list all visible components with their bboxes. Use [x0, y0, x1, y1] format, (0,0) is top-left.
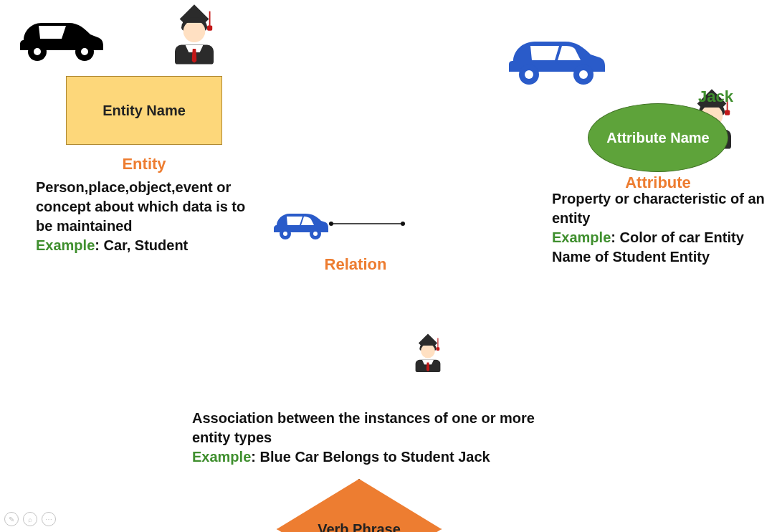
- attribute-description: Property or characteristic of an entity …: [552, 189, 774, 267]
- zoom-icon[interactable]: ⌕: [23, 512, 37, 526]
- relation-heading: Relation: [277, 255, 434, 274]
- car-icon: [13, 4, 106, 68]
- attribute-example-key: Example: [552, 229, 611, 245]
- jack-label: Jack: [698, 87, 733, 106]
- svg-point-5: [525, 70, 533, 79]
- relation-example-val: : Blue Car Belongs to Student Jack: [251, 449, 490, 465]
- relation-example-key: Example: [192, 449, 251, 465]
- attribute-desc-text: Property or characteristic of an entity: [552, 191, 765, 226]
- car-icon: [270, 202, 330, 245]
- svg-point-1: [34, 48, 41, 55]
- relation-shape-label: Verb Phrase: [318, 521, 401, 532]
- svg-point-14: [401, 222, 405, 226]
- attribute-shape: Attribute Name: [588, 103, 728, 172]
- student-icon: [414, 335, 443, 372]
- relation-shape: Verb Phrase: [277, 479, 442, 532]
- svg-point-9: [283, 232, 287, 236]
- relation-description: Association between the instances of one…: [192, 409, 565, 467]
- entity-example-key: Example: [36, 237, 95, 253]
- svg-point-13: [329, 222, 333, 226]
- footer-toolbar: ✎ ⌕ ⋯: [4, 512, 56, 526]
- attribute-shape-label: Attribute Name: [606, 130, 709, 146]
- entity-example-val: : Car, Student: [95, 237, 188, 253]
- relation-desc-text: Association between the instances of one…: [192, 410, 535, 445]
- svg-point-7: [579, 70, 588, 79]
- more-icon[interactable]: ⋯: [42, 512, 56, 526]
- relation-line: [328, 219, 406, 228]
- entity-heading: Entity: [66, 155, 222, 174]
- car-icon: [500, 22, 608, 92]
- entity-desc-text: Person,place,object,event or concept abo…: [36, 179, 245, 234]
- student-icon: [172, 6, 217, 65]
- entity-description: Person,place,object,event or concept abo…: [36, 178, 251, 255]
- clipboard-icon[interactable]: ✎: [4, 512, 19, 526]
- entity-shape: Entity Name: [66, 76, 222, 145]
- entity-shape-label: Entity Name: [103, 103, 186, 119]
- svg-point-3: [81, 48, 88, 55]
- svg-point-11: [313, 232, 318, 236]
